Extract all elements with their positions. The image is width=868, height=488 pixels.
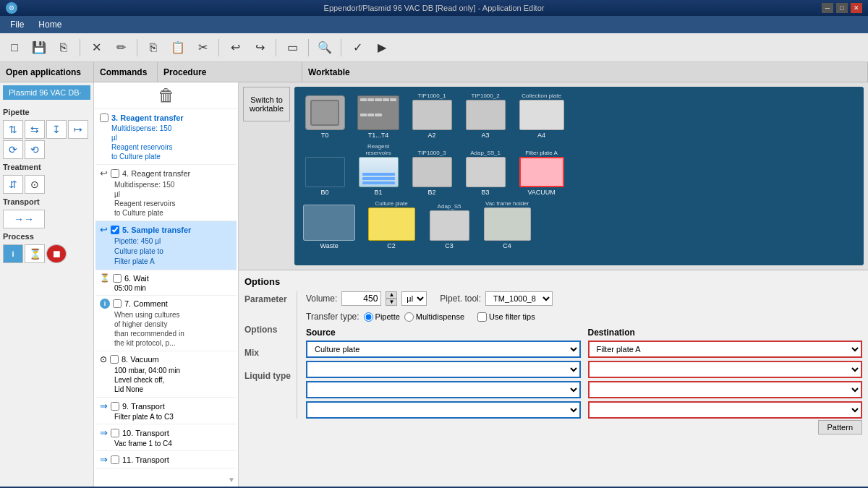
toolbar-check[interactable]: ✓ (346, 37, 369, 59)
proc-item-9[interactable]: ⇒ 9. Transport Filter plate A to C3 (95, 398, 237, 424)
volume-up-button[interactable]: ▲ (386, 291, 397, 299)
pipette-icon-5[interactable]: ⟳ (3, 140, 23, 159)
proc-item-6[interactable]: ⏳ 6. Wait 05:00 min (95, 270, 237, 296)
toolbar-undo[interactable]: ↩ (224, 37, 247, 59)
pipette-icon-6[interactable]: ⟲ (25, 140, 45, 159)
proc-item-4[interactable]: ↩ 4. Reagent transfer Multidispense: 150… (95, 165, 237, 221)
switch-to-worktable-button[interactable]: Switch to worktable (243, 87, 290, 121)
proc-check-9[interactable] (111, 402, 119, 411)
proc-title-3: 3. Reagent transfer (111, 114, 184, 122)
proc-check-3[interactable] (100, 114, 109, 122)
toolbar-run[interactable]: ▶ (370, 37, 393, 59)
pipette-icon-4[interactable]: ↦ (68, 120, 88, 139)
proc-check-5[interactable] (111, 226, 119, 234)
proc-check-10[interactable] (111, 429, 119, 437)
treatment-icon-1[interactable]: ⇵ (3, 175, 23, 194)
device-b3 (466, 157, 506, 187)
maximize-button[interactable]: □ (836, 3, 848, 13)
toolbar-new[interactable]: □ (3, 37, 26, 59)
pattern-button[interactable]: Pattern (818, 420, 862, 435)
toolbar-cut[interactable]: ✂ (191, 37, 214, 59)
destination-label: Destination (588, 328, 863, 338)
dest-dropdown-3[interactable] (588, 381, 863, 398)
proc-title-10: 10. Transport (122, 429, 169, 437)
process-icon-hourglass[interactable]: ⏳ (25, 244, 45, 263)
pipet-tool-label: Pipet. tool: (440, 294, 481, 304)
proc-item-8[interactable]: ⊙ 8. Vacuum 100 mbar, 04:00 minLevel che… (95, 351, 237, 398)
radio-pipette-label: Pipette (364, 312, 400, 322)
plasmid-app-button[interactable]: Plasmid 96 VAC DB· (3, 85, 90, 100)
treatment-icon-2[interactable]: ⊙ (25, 175, 45, 194)
toolbar-reload[interactable]: ⎘ (52, 37, 75, 59)
device-c1 (303, 205, 355, 241)
filter-tips-check[interactable] (477, 312, 487, 322)
pipette-icon-2[interactable]: ⇆ (25, 120, 45, 139)
proc-hourglass-6: ⏳ (100, 273, 110, 283)
pipet-tool-select[interactable]: TM_1000_8 (485, 291, 553, 306)
proc-check-11[interactable] (111, 455, 119, 464)
cell-label-c3: C3 (445, 242, 454, 249)
transport-icon-1[interactable]: →→ (3, 210, 45, 228)
commands-header: Commands (94, 62, 158, 82)
pipette-icon-1[interactable]: ⇅ (3, 120, 23, 139)
volume-unit-select[interactable]: µl (401, 291, 427, 306)
toolbar-delete[interactable]: ✕ (85, 37, 108, 59)
proc-check-4[interactable] (111, 169, 119, 178)
source-dropdown-3[interactable] (306, 381, 581, 398)
source-block: Source Culture plate (306, 328, 581, 419)
options-right: Volume: 450 ▲ ▼ µl Pipet. tool: TM_1000_… (306, 291, 862, 419)
proc-title-11: 11. Transport (122, 455, 169, 464)
dest-dropdown-1[interactable]: Filter plate A (588, 341, 863, 358)
cell-name-b2: TIP1000_3 (418, 150, 446, 156)
dest-dropdown-4[interactable] (588, 401, 863, 419)
proc-item-3[interactable]: 3. Reagent transfer Multidispense: 150µl… (95, 111, 237, 165)
radio-multidispense-text: Multidispense (416, 312, 464, 321)
toolbar-redo[interactable]: ↪ (248, 37, 271, 59)
source-dropdown-4[interactable] (306, 401, 581, 419)
proc-item-7[interactable]: i 7. Comment When using culturesof highe… (95, 296, 237, 351)
proc-check-6[interactable] (113, 274, 122, 283)
cell-name-a3: TIP1000_2 (472, 93, 500, 99)
toolbar-copy[interactable]: ⎘ (142, 37, 165, 59)
wt-cell-c3: Adap_S5 C3 (425, 203, 474, 249)
radio-multidispense[interactable] (404, 312, 414, 322)
proc-desc-10: Vac frame 1 to C4 (100, 440, 232, 448)
proc-arrow-11: ⇒ (100, 454, 108, 465)
proc-item-5[interactable]: ↩ 5. Sample transfer Pipette: 450 µlCult… (95, 221, 237, 270)
toolbar-layout[interactable]: ▭ (281, 37, 304, 59)
process-icon-stop[interactable]: ⏹ (46, 244, 67, 263)
proc-check-8[interactable] (110, 355, 119, 364)
pipette-section-label: Pipette (3, 106, 90, 119)
radio-pipette[interactable] (364, 312, 373, 322)
close-button[interactable]: ✕ (851, 3, 862, 13)
toolbar-edit[interactable]: ✏ (109, 37, 132, 59)
toolbar-save[interactable]: 💾 (27, 37, 51, 59)
dest-dropdown-2[interactable] (588, 361, 863, 378)
minimize-button[interactable]: ─ (822, 3, 833, 13)
proc-item-10[interactable]: ⇒ 10. Transport Vac frame 1 to C4 (95, 424, 237, 451)
menu-home[interactable]: Home (31, 18, 69, 31)
volume-input[interactable]: 450 (341, 291, 381, 306)
procedure-list[interactable]: 3. Reagent transfer Multidispense: 150µl… (94, 109, 238, 487)
cell-name-b3: Adap_S5_1 (470, 150, 501, 156)
toolbar-search[interactable]: 🔍 (313, 37, 336, 59)
toolbar-sep-5 (308, 39, 309, 56)
proc-item-11[interactable]: ⇒ 11. Transport (95, 451, 237, 468)
process-icon-info[interactable]: i (3, 244, 23, 263)
wt-cell-c4: Vac frame holder C4 (478, 200, 536, 249)
source-dropdown-2[interactable] (306, 361, 581, 378)
proc-check-7[interactable] (113, 299, 122, 308)
src-dest-area: Source Culture plate (306, 328, 862, 419)
cell-name-a4: Collection plate (522, 93, 561, 99)
proc-desc-7: When using culturesof higher densitythan… (100, 310, 232, 348)
device-b2 (412, 157, 452, 187)
procedure-header: Procedure (158, 62, 302, 82)
volume-down-button[interactable]: ▼ (386, 299, 397, 306)
pipette-icon-3[interactable]: ↧ (46, 120, 67, 139)
toolbar-paste[interactable]: 📋 (166, 37, 190, 59)
cell-label-c4: C4 (503, 242, 511, 249)
proc-desc-6: 05:00 min (100, 284, 232, 292)
menu-file[interactable]: File (3, 18, 31, 31)
source-dropdown-1[interactable]: Culture plate (306, 341, 581, 358)
reagent-line-1 (362, 173, 395, 176)
